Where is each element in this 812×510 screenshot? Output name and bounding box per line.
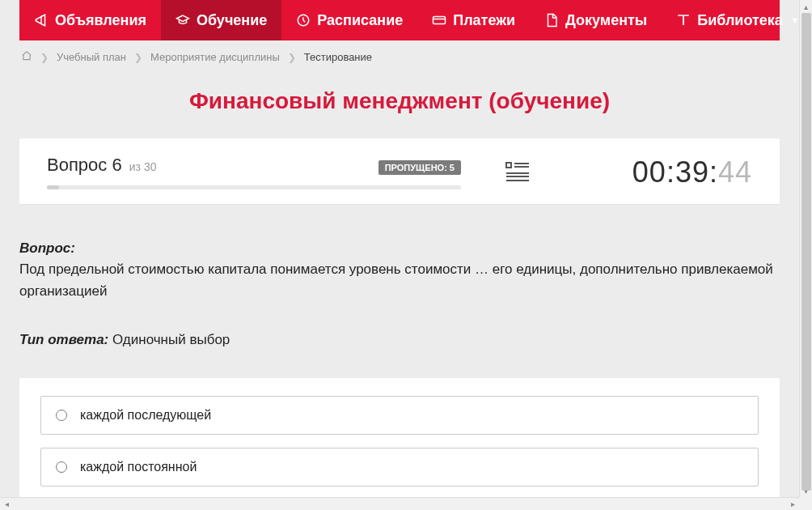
nav-item-payments[interactable]: Платежи [417,0,530,40]
question-word: Вопрос [47,155,107,175]
progress-fill [47,185,59,189]
question-text: Под предельной стоимостью капитала поним… [19,261,773,298]
question-total: 30 [144,160,157,173]
breadcrumb: ❯ Учебный план ❯ Мероприятие дисциплины … [19,40,780,74]
scroll-right-arrow[interactable]: ▸ [786,498,799,511]
grad-cap-icon [176,13,190,28]
svg-rect-2 [506,163,511,168]
chevron-right-icon: ❯ [288,52,296,63]
nav-label: Расписание [317,12,403,29]
quiz-info-card: Вопрос 6 из 30 ПРОПУЩЕНО: 5 [19,138,780,204]
answer-text: каждой последующей [80,408,211,423]
question-list-button[interactable] [493,161,542,184]
nav-item-announcements[interactable]: Объявления [19,0,161,40]
scroll-thumb[interactable] [801,13,811,491]
megaphone-icon [34,13,49,28]
doc-icon [544,13,559,28]
nav-label: Объявления [55,12,146,29]
horizontal-scrollbar[interactable]: ◂ ▸ [0,497,799,510]
scroll-left-arrow[interactable]: ◂ [0,498,13,511]
answer-radio[interactable] [56,461,67,473]
timer-seconds: 39 [675,155,709,189]
timer-minutes: 00 [632,155,666,189]
book-icon [676,13,691,28]
main-viewport[interactable]: Объявления Обучение Расписание Платежи [0,0,799,497]
clock-icon [296,13,311,28]
scrollbar-corner [799,497,812,510]
main-nav: Объявления Обучение Расписание Платежи [19,0,780,40]
question-body: Вопрос: Под предельной стоимостью капита… [19,238,780,351]
question-number: 6 [112,155,121,175]
timer-centiseconds: 44 [718,155,752,189]
nav-item-learning[interactable]: Обучение [161,0,281,40]
timer: 00:39:44 [574,155,752,189]
nav-item-schedule[interactable]: Расписание [281,0,417,40]
question-counter: Вопрос 6 из 30 [47,155,157,176]
nav-label: Библиотека [697,12,783,29]
vertical-scrollbar[interactable]: ▴ ▾ [799,0,812,497]
question-label: Вопрос: [19,240,75,256]
scroll-up-arrow[interactable]: ▴ [800,0,813,13]
nav-item-library[interactable]: Библиотека ▾ [662,0,799,40]
home-icon[interactable] [21,50,32,64]
page-title: Финансовый менеджмент (обучение) [19,88,780,114]
chevron-right-icon: ❯ [134,52,142,63]
progress-bar [47,185,461,189]
answer-option[interactable]: каждой последующей [40,396,759,435]
nav-label: Обучение [197,12,267,29]
chevron-right-icon: ❯ [40,52,49,63]
breadcrumb-item-current: Тестирование [304,51,372,63]
nav-item-documents[interactable]: Документы [530,0,662,40]
of-word: из [129,160,141,173]
svg-rect-1 [433,17,446,24]
answer-type: Одиночный выбор [112,332,230,347]
skipped-badge: ПРОПУЩЕНО: 5 [379,160,461,175]
answer-option[interactable]: каждой постоянной [40,448,759,487]
breadcrumb-item-plan[interactable]: Учебный план [57,51,126,63]
nav-label: Платежи [453,12,515,29]
breadcrumb-item-event[interactable]: Мероприятие дисциплины [150,51,280,63]
answer-text: каждой постоянной [80,460,197,474]
card-icon [432,13,446,28]
answers-panel: каждой последующей каждой постоянной [19,378,780,497]
chevron-down-icon: ▾ [793,15,797,26]
answer-radio[interactable] [56,410,67,421]
answer-type-label: Тип ответа: [19,332,108,347]
nav-label: Документы [565,12,647,29]
